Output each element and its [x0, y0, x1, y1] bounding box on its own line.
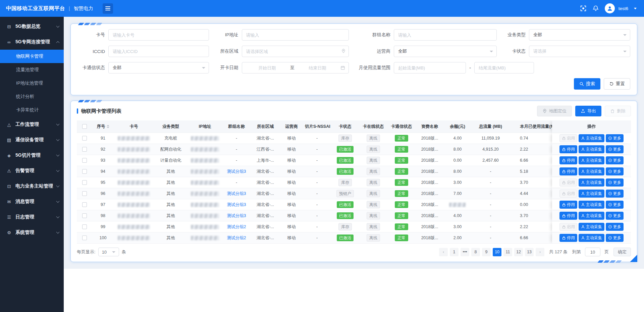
- collect-button[interactable]: 主动采集: [579, 178, 604, 187]
- map-locate-button[interactable]: 地图定位: [537, 106, 572, 116]
- username[interactable]: test6: [619, 6, 628, 11]
- chevron-down-icon[interactable]: [634, 8, 637, 11]
- enable-button[interactable]: 启用: [559, 190, 577, 198]
- business-type-select[interactable]: 全部: [529, 29, 630, 41]
- sidebar-subitem-统计分析[interactable]: 统计分析: [0, 90, 64, 103]
- end-date-input[interactable]: [296, 65, 339, 70]
- sidebar-item-3[interactable]: ▤ 通信设备管理: [0, 132, 64, 148]
- sort-icon[interactable]: [107, 125, 109, 128]
- card-status-select[interactable]: 请选择: [529, 46, 630, 57]
- search-button[interactable]: 搜索: [574, 78, 600, 90]
- more-button[interactable]: 更多: [606, 212, 624, 220]
- iccid-input[interactable]: [108, 46, 209, 57]
- enable-button[interactable]: 启用: [559, 178, 577, 187]
- more-button[interactable]: 更多: [606, 156, 624, 164]
- enable-button[interactable]: 启用: [559, 134, 577, 142]
- collect-button[interactable]: 主动采集: [579, 134, 604, 142]
- more-pages-button[interactable]: •••: [461, 248, 469, 256]
- notification-bell-icon[interactable]: [592, 5, 599, 12]
- collect-button[interactable]: 主动采集: [579, 212, 604, 220]
- sidebar-subitem-IP地址池管理[interactable]: IP地址池管理: [0, 76, 64, 90]
- collect-button[interactable]: 主动采集: [579, 167, 604, 175]
- sidebar-item-6[interactable]: ⊡ 电力业务主站管理: [0, 178, 64, 194]
- row-checkbox[interactable]: [82, 147, 87, 152]
- collect-button[interactable]: 主动采集: [579, 234, 604, 242]
- disable-button[interactable]: 停用: [559, 167, 577, 175]
- group-link[interactable]: 测试分组3: [227, 202, 246, 207]
- row-checkbox[interactable]: [82, 191, 87, 196]
- collapse-sidebar-button[interactable]: [103, 3, 113, 14]
- row-checkbox[interactable]: [82, 136, 87, 141]
- page-button-10[interactable]: 10: [493, 248, 501, 256]
- group-link[interactable]: 测试分组3: [227, 191, 246, 196]
- export-button[interactable]: 导出: [575, 106, 601, 116]
- page-button-11[interactable]: 11: [503, 248, 512, 256]
- table-scroll-area[interactable]: 序号卡号业务类型IP地址群组名称所在区域运营商切片S-NSSAI卡状态卡在线状态…: [77, 120, 631, 244]
- collect-button[interactable]: 主动采集: [579, 190, 604, 198]
- select-all-checkbox[interactable]: [82, 124, 87, 129]
- more-button[interactable]: 更多: [606, 145, 624, 153]
- more-button[interactable]: 更多: [606, 190, 624, 198]
- row-checkbox[interactable]: [82, 213, 87, 218]
- next-page-button[interactable]: ›: [536, 248, 544, 256]
- group-link[interactable]: 测试分组3: [227, 169, 246, 174]
- collect-button[interactable]: 主动采集: [579, 145, 604, 153]
- sidebar-subitem-卡异常统计[interactable]: 卡异常统计: [0, 103, 64, 117]
- sidebar-item-9[interactable]: ⚙ 系统管理: [0, 225, 64, 240]
- row-checkbox[interactable]: [82, 224, 87, 229]
- page-button-8[interactable]: 8: [471, 248, 480, 256]
- group-link[interactable]: 测试分组2: [227, 224, 246, 229]
- sidebar-subitem-流量池管理[interactable]: 流量池管理: [0, 63, 64, 76]
- more-button[interactable]: 更多: [606, 178, 624, 187]
- page-button-1[interactable]: 1: [450, 248, 459, 256]
- row-checkbox[interactable]: [82, 158, 87, 163]
- row-checkbox[interactable]: [82, 236, 87, 240]
- confirm-page-button[interactable]: 确定: [613, 248, 631, 256]
- sidebar-item-5[interactable]: ⚠ 告警管理: [0, 163, 64, 178]
- enable-button[interactable]: 启用: [559, 223, 577, 231]
- collect-button[interactable]: 主动采集: [579, 223, 604, 231]
- more-button[interactable]: 更多: [606, 167, 624, 175]
- row-checkbox[interactable]: [82, 180, 87, 185]
- date-range-picker[interactable]: 至: [242, 62, 349, 73]
- prev-page-button[interactable]: ‹: [439, 248, 448, 256]
- reset-button[interactable]: 重置: [604, 78, 630, 90]
- sidebar-item-0[interactable]: ⊟ 5G数据总览: [0, 19, 64, 34]
- comm-status-select[interactable]: 全部: [108, 62, 209, 73]
- sidebar-item-2[interactable]: △ 工作流管理: [0, 117, 64, 132]
- disable-button[interactable]: 停用: [559, 212, 577, 220]
- disable-button[interactable]: 停用: [559, 201, 577, 209]
- start-date-input[interactable]: [246, 65, 289, 70]
- collect-button[interactable]: 主动采集: [579, 201, 604, 209]
- more-button[interactable]: 更多: [606, 134, 624, 142]
- disable-button[interactable]: 停用: [559, 234, 577, 242]
- more-button[interactable]: 更多: [606, 223, 624, 231]
- more-button[interactable]: 更多: [606, 234, 624, 242]
- flow-start-input[interactable]: [394, 62, 466, 73]
- sidebar-item-1[interactable]: ∞ 5G专网连接管理: [0, 34, 64, 50]
- row-checkbox[interactable]: [82, 202, 87, 207]
- sidebar-item-7[interactable]: ✉ 消息管理: [0, 194, 64, 209]
- region-input[interactable]: [242, 46, 349, 57]
- page-button-12[interactable]: 12: [514, 248, 523, 256]
- sidebar-item-8[interactable]: ☰ 日志管理: [0, 209, 64, 225]
- operator-select[interactable]: 全部: [394, 46, 497, 57]
- collect-button[interactable]: 主动采集: [579, 156, 604, 164]
- ip-address-input[interactable]: [242, 29, 349, 41]
- jump-page-input[interactable]: [585, 248, 600, 256]
- disable-button[interactable]: 停用: [559, 145, 577, 153]
- flow-end-input[interactable]: [474, 62, 534, 73]
- delete-button[interactable]: 删除: [605, 106, 631, 116]
- row-checkbox[interactable]: [82, 169, 87, 174]
- card-number-input[interactable]: [108, 29, 209, 41]
- sidebar-item-4[interactable]: ◈ 5G切片管理: [0, 148, 64, 163]
- page-button-9[interactable]: 9: [482, 248, 491, 256]
- group-link[interactable]: 测试分组3: [227, 213, 246, 218]
- page-size-select[interactable]: 10: [98, 248, 119, 256]
- fullscreen-icon[interactable]: [580, 5, 587, 12]
- more-button[interactable]: 更多: [606, 201, 624, 209]
- page-button-13[interactable]: 13: [525, 248, 534, 256]
- avatar[interactable]: [605, 3, 615, 13]
- sidebar-subitem-物联网卡管理[interactable]: 物联网卡管理: [0, 50, 64, 63]
- group-name-input[interactable]: [394, 29, 497, 41]
